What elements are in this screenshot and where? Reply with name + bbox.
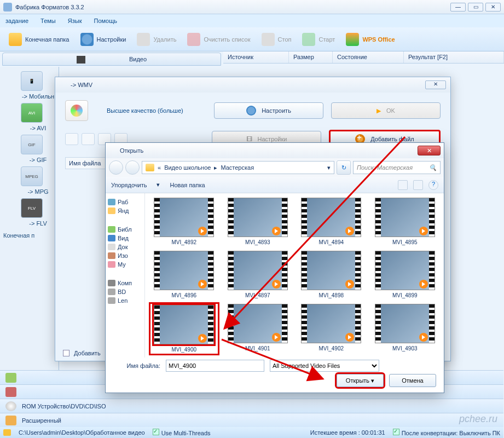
open-close-button[interactable]: ✕: [418, 146, 441, 155]
breadcrumb[interactable]: « Видео школьное▸ Мастерская ▾: [142, 161, 334, 174]
file-item[interactable]: MVI_4896: [150, 251, 218, 298]
search-input[interactable]: Поиск: Мастерская🔍: [353, 161, 441, 174]
file-item[interactable]: MVI_4903: [372, 304, 439, 354]
drive-icon: [108, 289, 115, 295]
avi-icon: AVI: [21, 103, 43, 123]
file-item[interactable]: MVI_4902: [298, 304, 365, 354]
configure-button[interactable]: Настроить: [214, 102, 323, 119]
format-mobile[interactable]: 📱-> Мобильн: [21, 71, 55, 100]
file-grid: MVI_4892MVI_4893MVI_4894MVI_4895MVI_4896…: [145, 193, 444, 358]
main-titlebar: Фабрика Форматов 3.3.2 — ▭ ✕: [0, 0, 504, 14]
tree-yandex[interactable]: Янд: [108, 208, 142, 214]
clear-list-button[interactable]: Очистить список: [182, 31, 256, 48]
tree-desktop[interactable]: Раб: [108, 199, 142, 205]
col-result[interactable]: Результат [F2]: [404, 51, 504, 63]
file-item[interactable]: MVI_4895: [372, 198, 439, 245]
cancel-button[interactable]: Отмена: [389, 374, 436, 387]
wps-button[interactable]: WPS Office: [340, 31, 400, 48]
folder-small-icon: [3, 429, 11, 436]
settings-button[interactable]: Настройки: [75, 31, 132, 48]
gif-icon: GIF: [21, 135, 43, 154]
videos-icon: [108, 235, 115, 241]
file-item[interactable]: MVI_4901: [224, 304, 292, 354]
libraries-icon: [108, 226, 115, 233]
drive-icon: [108, 297, 115, 304]
after-checkbox[interactable]: [393, 429, 399, 435]
multithread-checkbox[interactable]: [153, 429, 159, 435]
menu-language[interactable]: Язык: [68, 18, 82, 24]
folder-icon: [146, 164, 154, 171]
open-title: Открыть: [120, 147, 143, 154]
minimize-button[interactable]: —: [450, 3, 466, 11]
filename-input[interactable]: [166, 360, 264, 372]
play-icon: [419, 280, 428, 289]
clear-icon: [187, 33, 200, 46]
file-item[interactable]: MVI_4899: [372, 251, 439, 298]
wmv-close-button[interactable]: ✕: [425, 80, 446, 89]
nav-forward-button[interactable]: [125, 160, 140, 175]
file-label: MVI_4895: [372, 239, 439, 245]
preview-button[interactable]: [413, 180, 423, 190]
format-flv[interactable]: FLV-> FLV: [21, 198, 55, 227]
status-elapsed: Истекшее время : 00:01:31: [310, 429, 385, 436]
tree-documents[interactable]: Док: [108, 244, 142, 250]
advanced-row[interactable]: Расширенный: [0, 413, 503, 427]
file-item[interactable]: MVI_4894: [298, 198, 365, 245]
open-button[interactable]: Открыть ▾: [337, 374, 384, 387]
maximize-button[interactable]: ▭: [468, 3, 483, 11]
col-size[interactable]: Размер: [289, 51, 333, 63]
film-icon: [77, 56, 85, 64]
menu-task[interactable]: задание: [5, 18, 28, 24]
tab-video[interactable]: Видео: [2, 53, 221, 66]
organize-button[interactable]: Упорядочить: [111, 182, 147, 188]
tree-libraries[interactable]: Библ: [108, 226, 142, 233]
file-label: MVI_4902: [298, 345, 365, 351]
mpeg-icon: MPEG: [21, 166, 43, 186]
nav-back-button[interactable]: [109, 160, 123, 175]
tree-videos[interactable]: Вид: [108, 235, 142, 241]
refresh-button[interactable]: ↻: [337, 160, 351, 175]
format-avi[interactable]: AVI-> AVI: [21, 103, 55, 131]
disc-icon: [5, 401, 16, 411]
close-button[interactable]: ✕: [485, 3, 501, 11]
gear-icon: [246, 106, 256, 116]
file-item[interactable]: MVI_4893: [224, 198, 292, 245]
dest-folder-button[interactable]: Конечная папка: [3, 31, 75, 48]
file-item[interactable]: MVI_4900: [150, 304, 218, 354]
tree-images[interactable]: Изо: [108, 252, 142, 259]
format-gif[interactable]: GIF-> GIF: [21, 135, 55, 163]
tree-music[interactable]: Му: [108, 261, 142, 268]
format-mpg[interactable]: MPEG-> MPG: [21, 166, 55, 195]
tree-len[interactable]: Len: [108, 297, 142, 304]
advanced-icon: [5, 416, 16, 425]
menu-help[interactable]: Помощь: [94, 18, 117, 24]
add-set-checkbox[interactable]: [63, 350, 69, 356]
rom-row[interactable]: ROM Устройство\DVD\CD\ISO: [0, 399, 503, 413]
dest-folder-label: Конечная п: [0, 232, 59, 239]
music-icon: [108, 261, 115, 268]
start-button[interactable]: Старт: [297, 31, 340, 48]
col-source[interactable]: Источник: [223, 51, 289, 63]
file-label: MVI_4897: [224, 292, 292, 298]
menu-themes[interactable]: Темы: [40, 18, 56, 24]
wmv-dialog-icon: [60, 81, 67, 89]
quality-label[interactable]: Высшее качество (больше): [96, 107, 206, 114]
file-item[interactable]: MVI_4898: [298, 251, 365, 298]
help-button[interactable]: ?: [428, 180, 438, 190]
tool-icon-1[interactable]: [65, 133, 78, 145]
delete-button[interactable]: Удалить: [131, 31, 182, 48]
tree-bd[interactable]: BD: [108, 289, 142, 295]
filter-select[interactable]: All Supported Video Files: [270, 360, 379, 372]
gear-icon: [80, 33, 94, 46]
col-state[interactable]: Состояние: [333, 51, 404, 63]
ok-button[interactable]: ▶OK: [331, 102, 441, 119]
file-item[interactable]: MVI_4897: [224, 251, 292, 298]
file-item[interactable]: MVI_4892: [150, 198, 218, 245]
tree-computer[interactable]: Комп: [108, 280, 142, 286]
tool-icon-2[interactable]: [82, 133, 95, 145]
stop-button[interactable]: Стоп: [256, 31, 297, 48]
view-button[interactable]: [398, 180, 408, 190]
new-folder-button[interactable]: Новая папка: [170, 182, 205, 188]
file-label: MVI_4901: [224, 345, 292, 351]
stop-icon: [262, 33, 275, 46]
